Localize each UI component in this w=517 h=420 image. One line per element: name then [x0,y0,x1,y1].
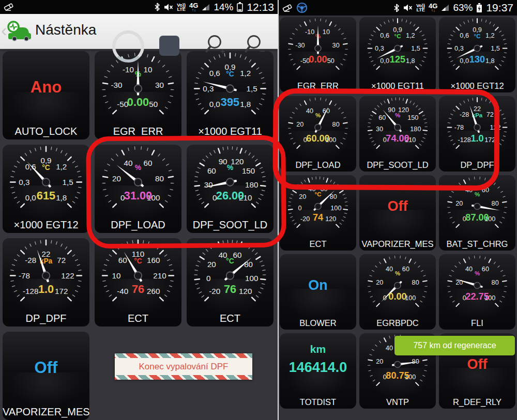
value-unit: km [280,343,356,355]
gauge-face: 020406080100%0.00 [359,254,436,317]
tile-bat-st-chrg[interactable]: 020406080100%87.00BAT_ST_CHRG [439,175,515,251]
tile-auto-lock[interactable]: AnoAUTO_LOCK [3,51,89,139]
gauge-hub [474,45,480,51]
gauge-hub [42,272,50,279]
gauge-value: 60.00 [306,133,329,144]
bluetooth-icon [393,4,400,12]
tile-blower[interactable]: OnBLOWER [280,254,356,330]
toast-text: Konec vypalování DPF [139,362,229,372]
gauge-face: 020406080100%60.00 [280,96,356,159]
tick-label: 20 [299,193,306,200]
gauge-face: -50-30-10103050%0.00 [95,51,181,126]
svg-text:−: − [260,46,265,56]
network-4g-indicator: 4G ↑↓ [189,3,198,12]
tile-dpf-soot-ld[interactable]: 0306090120150180210%26.00DPF_SOOT_LD [187,145,273,233]
bluetooth-icon [154,3,160,11]
zoom-in-button[interactable]: + [205,34,226,58]
tick-label: 172 [55,287,68,295]
clock: 12:13 [247,1,274,13]
tick-label: 72 [486,111,494,118]
gauge-face: 0306090120150180210%26.00 [187,145,273,220]
tick-label: 0,3 [203,84,214,93]
tile-value: 146414.0 [280,359,356,375]
tick-label: 40 [306,107,313,115]
stylus-eraser-icon [282,4,293,12]
gauge-face: 0306090120150180210%74.00 [359,96,436,159]
gauge-hub [474,282,480,288]
tile-label: R_DEF_RLY [439,397,515,407]
gauge-face: -20020406080100120°C76 [187,238,273,313]
tile-fli[interactable]: 020406080100%22.75FLI [439,254,515,330]
tile-dpf-load[interactable]: 020406080100%31.00DPF_LOAD [95,145,181,233]
tile-vaporizer-mes[interactable]: OffVAPORIZER_MES [3,332,89,420]
tick-label: 20 [455,200,463,207]
tile-1000-egt12[interactable]: 0,00,30,60,91,21,51,8°C130×1000 EGT12 [439,17,515,92]
tile-label: ×1000 EGT11 [359,81,436,91]
tile-egrbpdc[interactable]: 020406080100%0.00EGRBPDC [359,254,436,330]
tile-label: ECT [280,239,356,249]
tick-label: 20 [112,174,121,183]
tick-label: 80 [412,279,419,286]
tick-label: 0,6 [209,69,220,77]
tick-label: 0 [298,205,302,212]
tick-label: 1,8 [56,193,67,202]
zoom-out-button[interactable]: − [244,34,266,58]
tile-totdist[interactable]: km146414.0TOTDIST [280,333,356,409]
stop-button[interactable] [159,36,179,56]
gauge-unit: °C [226,257,234,265]
tick-label: 40 [465,186,473,194]
mute-icon [403,4,413,12]
tick-label: 20 [376,358,383,365]
tick-label: -28 [25,256,36,265]
tick-label: 30 [376,126,383,133]
gauge-face: 0,00,30,60,91,21,51,8°C615 [3,145,89,220]
tick-label: 1,5 [62,178,73,186]
battery-percent: 63% [453,2,473,13]
tile-label: VNTP [359,397,436,407]
gauge-hub [226,272,234,279]
tile-dp-dpf[interactable]: -128-78-282272122172kPa1.0DP_DPF [3,238,89,326]
tick-label: 30 [155,81,164,89]
tile-label: ×1000 EGT12 [3,219,89,231]
gauge-value: 0.00 [309,54,327,65]
gauge-value: 26.00 [216,189,244,202]
status-bar-right: Vo)) LTE 4G ↑↓ 63% 19:37 [279,0,517,15]
tick-label: -20 [300,215,310,223]
tick-label: 50 [327,57,334,65]
tile-label: EGR_ERR [280,81,356,91]
tile-1000-egt11[interactable]: 0,00,30,60,91,21,51,8°C125×1000 EGT11 [359,17,436,92]
tile-label: EGR_ERR [95,126,181,137]
tick-label: 1,2 [240,69,251,77]
tick-label: 0,6 [380,32,389,39]
tick-label: 60 [233,251,241,259]
tile-dp-dpf[interactable]: -128-78-282272122172kPa1.0DP_DPF [439,96,515,172]
tick-label: 60 [321,185,328,193]
tick-label: 120 [239,287,252,295]
gauge-unit: °C [474,33,481,39]
gauge-value: 31.00 [124,189,152,202]
tick-label: 60 [207,166,216,175]
tile-1000-egt11[interactable]: 0,00,30,60,91,21,51,8°C395×1000 EGT11 [187,51,273,139]
tile-1000-egt12[interactable]: 0,00,30,60,91,21,51,8°C615×1000 EGT12 [3,145,89,233]
car-scanner-logo-icon [6,20,32,42]
tile-egr-err[interactable]: -50-30-10103050%0.00EGR_ERR [95,51,181,139]
tile-dpf-soot-ld[interactable]: 0306090120150180210%74.00DPF_SOOT_LD [359,96,436,172]
gauge-hub [42,178,50,186]
tile-ect[interactable]: -20020406080100120°C76ECT [187,238,273,326]
tick-label: 30 [332,42,340,49]
gauge-unit: °C [134,257,142,265]
volte-indicator: Vo)) LTE [416,4,425,12]
tick-label: -10 [305,28,314,36]
tick-label: 40 [465,266,473,273]
tile-vaporizer-mes[interactable]: OffVAPORIZER_MES [359,175,436,251]
tick-label: 10 [112,271,120,280]
tile-ect[interactable]: -20020406080100120°C74ECT [280,175,356,251]
tile-egr-err[interactable]: -50-30-10103050%0.00EGR_ERR [280,17,356,92]
tile-label: BLOWER [280,318,356,328]
gauge-hub [226,85,234,92]
gauge-hub [315,124,321,130]
gauge-face: 020406080100%87.00 [439,175,515,238]
tile-dpf-load[interactable]: 020406080100%60.00DPF_LOAD [280,96,356,172]
tile-label: ECT [95,313,181,324]
tile-ect[interactable]: -401060110160210260°C76ECT [95,238,181,326]
